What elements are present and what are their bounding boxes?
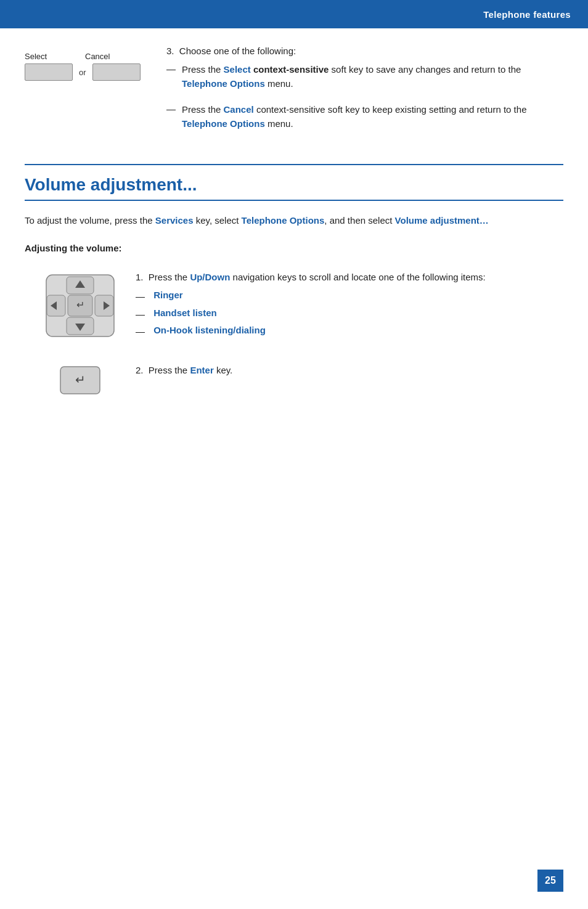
onhook-item: On-Hook listening/dialing	[151, 325, 266, 335]
sub-dash-1: —	[136, 290, 145, 304]
enter-keyword: Enter	[190, 365, 213, 375]
bullet-text-2: Press the Cancel context-sensitive soft …	[182, 102, 563, 131]
step1-sub-list: — Ringer — Handset listen — On-Hook list…	[136, 290, 563, 339]
telephone-options-keyword-2: Telephone Options	[182, 118, 265, 129]
sub-bullet-onhook: — On-Hook listening/dialing	[136, 325, 563, 339]
handset-listen-item: Handset listen	[151, 308, 217, 318]
enter-key-icon: ↵	[25, 365, 136, 396]
softkey-select-label: Select	[25, 52, 73, 61]
telephone-options-keyword-3: Telephone Options	[242, 215, 325, 226]
softkey-select-button[interactable]	[25, 63, 73, 81]
ringer-item: Ringer	[151, 290, 183, 300]
softkey-labels: Select Cancel	[25, 52, 133, 61]
step3-number: 3. Choose one of the following:	[166, 46, 563, 56]
step3-bullet-list: — Press the Select context-sensitive sof…	[166, 62, 563, 131]
cancel-keyword: Cancel	[224, 104, 254, 115]
nav-keys-svg: ↵	[43, 272, 117, 340]
telephone-options-keyword-1: Telephone Options	[182, 78, 265, 89]
bullet-dash-2: —	[166, 102, 176, 116]
sub-bullet-handset: — Handset listen	[136, 308, 563, 322]
step3-section: Select Cancel or 3. Choose one of the fo…	[25, 46, 563, 142]
bullet-text-1: Press the Select context-sensitive soft …	[182, 62, 563, 91]
volume-adjustment-keyword: Volume adjustment…	[395, 215, 489, 226]
svg-text:↵: ↵	[75, 373, 86, 386]
step3-label: 3. Choose one of the following:	[166, 46, 296, 56]
step2-text: 2. Press the Enter key.	[136, 365, 563, 375]
step1-row: ↵ 1. Press the Up/Down navigation keys t…	[25, 272, 563, 343]
bullet-dash-1: —	[166, 62, 176, 76]
step2-content: 2. Press the Enter key.	[136, 365, 563, 381]
svg-text:↵: ↵	[76, 300, 84, 310]
section-divider-2	[25, 200, 563, 201]
step3-bullet-2: — Press the Cancel context-sensitive sof…	[166, 102, 563, 131]
header-bar: Telephone features	[0, 0, 588, 28]
adjusting-label: Adjusting the volume:	[25, 243, 563, 253]
step3-right: 3. Choose one of the following: — Press …	[166, 46, 563, 142]
page-number: 25	[537, 870, 563, 892]
page-title: Telephone features	[483, 9, 571, 20]
enter-key-svg: ↵	[59, 365, 102, 396]
step1-text: 1. Press the Up/Down navigation keys to …	[136, 272, 563, 282]
services-keyword: Services	[155, 215, 194, 226]
step3-left: Select Cancel or	[25, 52, 166, 81]
step3-bullet-1: — Press the Select context-sensitive sof…	[166, 62, 563, 91]
context-sensitive-keyword: context-sensitive	[253, 64, 329, 75]
step1-content: 1. Press the Up/Down navigation keys to …	[136, 272, 563, 343]
sub-dash-3: —	[136, 325, 145, 339]
volume-intro: To adjust the volume, press the Services…	[25, 213, 563, 228]
softkey-cancel-label: Cancel	[85, 52, 133, 61]
sub-dash-2: —	[136, 308, 145, 322]
main-content: Select Cancel or 3. Choose one of the fo…	[0, 28, 588, 442]
volume-adjustment-heading: Volume adjustment...	[25, 175, 563, 195]
select-keyword: Select	[224, 64, 251, 75]
softkey-illustration: Select Cancel or	[25, 52, 166, 81]
softkey-or: or	[79, 68, 86, 77]
softkey-cancel-button[interactable]	[92, 63, 141, 81]
sub-bullet-ringer: — Ringer	[136, 290, 563, 304]
nav-keys-icon: ↵	[25, 272, 136, 340]
section-divider	[25, 164, 563, 165]
softkey-buttons-row: or	[25, 63, 141, 81]
updown-keyword: Up/Down	[190, 272, 230, 282]
step2-row: ↵ 2. Press the Enter key.	[25, 365, 563, 396]
